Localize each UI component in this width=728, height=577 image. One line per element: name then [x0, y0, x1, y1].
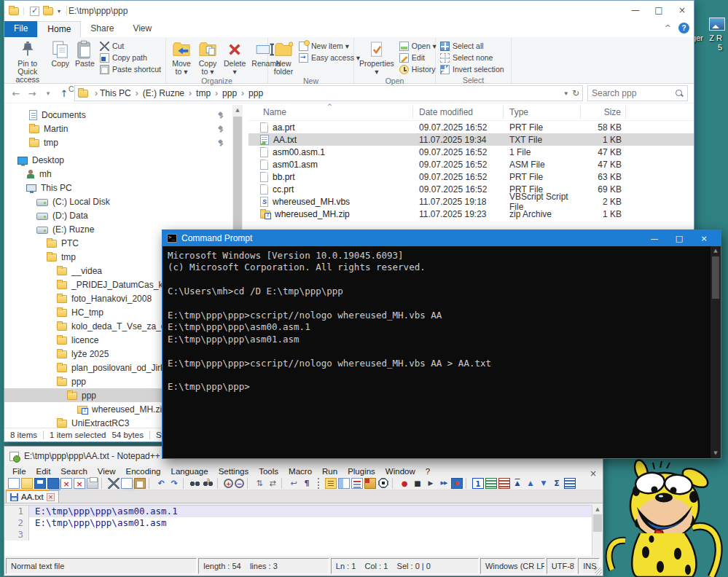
tree-item[interactable]: (C:) Local Disk	[4, 195, 230, 208]
menu-item[interactable]: Encoding	[121, 467, 166, 476]
tree-item[interactable]: (D:) Data	[4, 208, 230, 222]
file-row[interactable]: whereused_MH.vbs 11.07.2025 19:18 VBScri…	[248, 195, 694, 208]
plugin-icon-7[interactable]	[551, 478, 563, 489]
menu-item[interactable]: File	[7, 467, 31, 476]
file-row[interactable]: cc.prt 09.07.2025 16:52 PRT File 69 KB	[248, 183, 694, 195]
copy-path-button[interactable]: Copy path	[98, 52, 163, 63]
save-all-icon[interactable]	[47, 478, 59, 489]
macro-run-multiple-icon[interactable]	[438, 478, 450, 489]
menu-item[interactable]: Language	[165, 467, 213, 476]
file-row[interactable]: AA.txt 11.07.2025 19:34 TXT File 1 KB	[248, 133, 694, 146]
desktop-icon-image[interactable]	[709, 17, 725, 31]
help-icon[interactable]: ?	[678, 23, 689, 34]
toolbar-separator[interactable]	[149, 478, 152, 489]
plugin-icon-3[interactable]	[498, 478, 510, 489]
cut-button[interactable]: Cut	[98, 40, 163, 52]
edit-button[interactable]: Edit	[397, 52, 439, 63]
show-all-characters-icon[interactable]	[301, 478, 313, 489]
menu-item[interactable]: Window	[380, 467, 420, 476]
menu-item[interactable]: Plugins	[343, 467, 380, 476]
file-row[interactable]: asm01.asm 09.07.2025 16:52 ASM File 47 K…	[248, 158, 694, 170]
macro-save-icon[interactable]	[451, 478, 463, 489]
document-tab[interactable]: AA.txt ×	[6, 490, 59, 503]
macro-record-icon[interactable]	[399, 478, 410, 489]
menu-item[interactable]: View	[93, 467, 121, 476]
folder-toolbar-icon[interactable]	[43, 7, 53, 15]
scroll-up-icon[interactable]: ▲	[232, 105, 243, 115]
plugin-icon-4[interactable]	[512, 478, 523, 489]
menu-item[interactable]: ?	[420, 467, 435, 476]
toolbar-separator[interactable]	[466, 478, 469, 489]
select-none-button[interactable]: Select none	[438, 52, 506, 63]
search-box[interactable]	[587, 85, 688, 101]
scroll-up-icon[interactable]: ▲	[592, 505, 603, 514]
toolbar-separator[interactable]	[217, 478, 221, 489]
new-file-icon[interactable]	[8, 478, 20, 489]
checkbox-toolbar-icon[interactable]	[30, 7, 39, 16]
notepadpp-close-button[interactable]: ×	[590, 468, 597, 479]
history-button[interactable]: History	[397, 63, 439, 75]
move-to-button[interactable]: Move to ▾	[168, 38, 195, 76]
toolbar-separator[interactable]	[281, 478, 285, 489]
copy-icon[interactable]	[121, 478, 133, 489]
toolbar-separator[interactable]	[247, 478, 251, 489]
copy-to-button[interactable]: Copy to ▾	[195, 38, 221, 76]
forward-button[interactable]: →	[26, 88, 38, 99]
scrollbar-thumb[interactable]	[712, 256, 719, 299]
zoom-in-icon[interactable]	[224, 479, 233, 488]
up-button[interactable]: ↑	[58, 88, 70, 99]
document-list-icon[interactable]	[351, 478, 363, 489]
menu-item[interactable]: Edit	[31, 467, 56, 476]
close-button[interactable]: ×	[692, 234, 716, 243]
sync-vertical-icon[interactable]	[254, 478, 265, 489]
desktop-icon-label[interactable]: 5	[718, 43, 722, 52]
function-list-icon[interactable]	[325, 478, 337, 489]
editor-line[interactable]: 2 E:\tmp\ppp\ppp\asm01.asm	[4, 517, 592, 529]
file-row[interactable]: whereused_MH.zip 11.07.2025 19:23 zip Ar…	[248, 208, 694, 220]
find-icon[interactable]	[189, 478, 201, 489]
breadcrumb-item[interactable]: ppp	[246, 88, 270, 98]
sync-horizontal-icon[interactable]	[267, 478, 278, 489]
scrollbar-thumb[interactable]	[593, 514, 602, 532]
new-folder-button[interactable]: New folder	[270, 38, 297, 76]
save-icon[interactable]	[34, 478, 46, 489]
word-wrap-icon[interactable]	[288, 478, 300, 489]
paste-icon[interactable]	[134, 478, 146, 489]
column-header-type[interactable]: Type	[504, 106, 581, 119]
breadcrumb-item[interactable]: tmp	[194, 88, 220, 98]
plugin-icon-6[interactable]	[538, 478, 549, 489]
resize-grip[interactable]	[595, 568, 602, 575]
monitoring-icon[interactable]	[377, 478, 389, 489]
cmd-scrollbar[interactable]: ▲ ▼	[711, 246, 721, 458]
tree-item[interactable]: Martin	[4, 122, 230, 136]
copy-button[interactable]: Copy	[49, 38, 73, 84]
editor-scrollbar[interactable]: ▲	[592, 505, 603, 556]
print-icon[interactable]	[87, 478, 98, 489]
address-dropdown-icon[interactable]: ▾	[564, 90, 568, 97]
encoding[interactable]: UTF-8	[547, 558, 577, 574]
close-file-icon[interactable]	[60, 478, 72, 489]
ribbon-tab[interactable]: Home	[37, 21, 81, 37]
open-button[interactable]: Open ▾	[397, 40, 439, 52]
search-icon[interactable]	[675, 89, 684, 98]
minimize-button[interactable]: —	[642, 234, 667, 243]
plugin-icon-1[interactable]	[472, 478, 484, 489]
redo-icon[interactable]	[168, 478, 180, 489]
plugin-icon-2[interactable]	[485, 478, 497, 489]
file-row[interactable]: asm00.asm.1 09.07.2025 16:52 1 File 47 K…	[248, 146, 694, 158]
menu-item[interactable]: Macro	[283, 467, 317, 476]
tree-item[interactable]: This PC	[4, 181, 230, 195]
document-map-icon[interactable]	[338, 478, 350, 489]
file-row[interactable]: aa.prt 09.07.2025 16:52 PRT File 58 KB	[248, 121, 694, 133]
indent-guide-icon[interactable]	[318, 478, 324, 489]
menu-item[interactable]: Settings	[214, 467, 254, 476]
pin-to-quick-access-button[interactable]: Pin to Quick access	[7, 38, 49, 84]
address-breadcrumb[interactable]: This PC(E:) Ruznetmppppppp ▾ ↻	[74, 85, 583, 101]
explorer-title-bar[interactable]: ▾ E:\tmp\ppp\ppp — □ ×	[4, 1, 694, 21]
scroll-down-icon[interactable]: ▼	[711, 449, 721, 458]
column-header-date-modified[interactable]: Date modified	[413, 106, 504, 119]
cmd-output-area[interactable]: Microsoft Windows [Version 10.0.19045.60…	[163, 246, 711, 458]
close-button[interactable]: ×	[670, 1, 694, 20]
plugin-icon-8[interactable]	[564, 478, 576, 489]
plugin-icon-5[interactable]	[525, 478, 536, 489]
